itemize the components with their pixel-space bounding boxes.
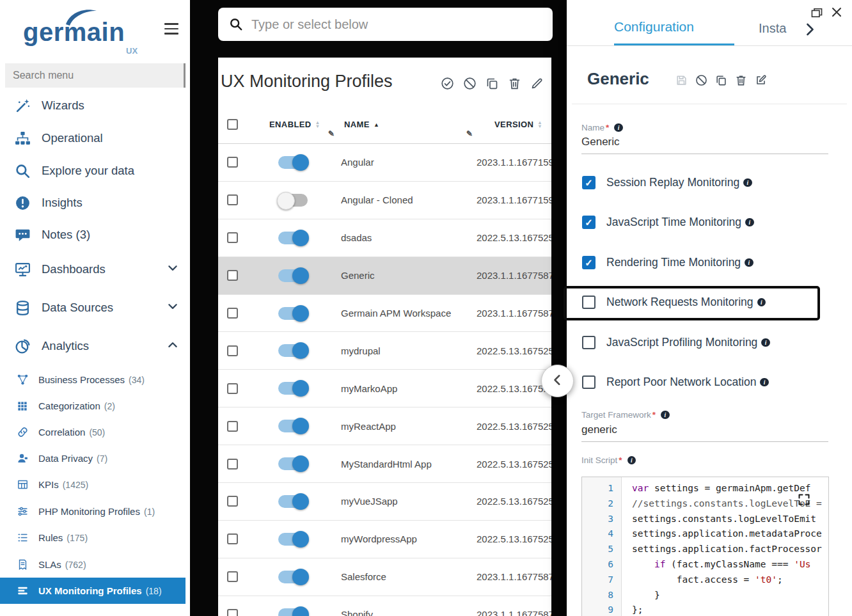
table-row[interactable]: myMarkoApp 2022.5.13.1675... — [218, 370, 551, 407]
close-icon[interactable] — [832, 7, 842, 17]
info-icon[interactable]: i — [745, 258, 753, 267]
row-checkbox[interactable] — [227, 571, 238, 582]
sidebar-item-ux-monitoring-profiles[interactable]: UX Monitoring Profiles (18) — [0, 578, 185, 604]
info-icon[interactable]: i — [761, 338, 770, 347]
row-checkbox[interactable] — [227, 383, 238, 394]
name-field-value[interactable]: Generic — [581, 136, 620, 148]
sidebar-item-explore-your-data[interactable]: Explore your data — [0, 155, 190, 187]
enabled-toggle[interactable] — [278, 156, 308, 169]
info-icon[interactable]: i — [760, 378, 769, 387]
column-header-version[interactable]: VERSION ▲▼ — [477, 120, 551, 129]
sidebar-item-slas[interactable]: SLAs (762) — [0, 551, 190, 578]
table-row[interactable]: MyStandardHtml App 2022.5.13.167525... — [218, 445, 551, 483]
sidebar-item-data-sources[interactable]: Data Sources — [0, 292, 190, 324]
ban-icon[interactable] — [695, 74, 707, 86]
enabled-toggle[interactable] — [278, 269, 308, 282]
table-row[interactable]: Shopify 2023.1.1.1677587... — [218, 596, 551, 616]
table-row[interactable]: Angular - Cloned 2023.1.1.1677159... — [218, 182, 551, 219]
table-row[interactable]: mydrupal 2022.5.13.167525... — [218, 332, 551, 370]
enabled-toggle[interactable] — [278, 495, 308, 508]
info-icon[interactable]: i — [614, 123, 623, 132]
table-row[interactable]: Generic 2023.1.1.1677587... — [218, 257, 551, 295]
tab-installation[interactable]: Insta — [759, 21, 786, 36]
row-checkbox[interactable] — [227, 308, 238, 319]
enabled-toggle[interactable] — [278, 344, 308, 357]
fullscreen-icon[interactable] — [798, 493, 810, 506]
filter-name-icon[interactable]: ✎ — [466, 129, 473, 138]
checkbox[interactable]: ✓ — [582, 336, 596, 349]
pencil-icon[interactable] — [530, 77, 544, 90]
enabled-toggle[interactable] — [278, 194, 308, 207]
save-icon[interactable] — [675, 74, 688, 86]
row-checkbox[interactable] — [227, 194, 238, 205]
target-framework-value[interactable]: generic — [581, 423, 617, 436]
enabled-toggle[interactable] — [278, 457, 308, 470]
row-checkbox[interactable] — [227, 459, 238, 470]
table-row[interactable]: dsadas 2022.5.13.167525... — [218, 219, 551, 257]
row-checkbox[interactable] — [227, 496, 238, 507]
checkbox-javascript-time-monitoring[interactable]: ✓ JavaScript Time Monitoring i — [582, 212, 754, 232]
sidebar-item-dashboards[interactable]: Dashboards — [0, 253, 190, 285]
table-row[interactable]: Salesforce 2023.1.1.1677587... — [218, 558, 551, 596]
row-checkbox[interactable] — [227, 533, 238, 544]
enabled-toggle[interactable] — [278, 571, 308, 583]
sidebar-item-correlation[interactable]: Correlation (50) — [0, 419, 190, 445]
info-icon[interactable]: i — [757, 298, 766, 307]
sidebar-item-insights[interactable]: Insights — [0, 187, 190, 219]
main-search-input[interactable] — [251, 17, 553, 32]
info-icon[interactable]: i — [627, 456, 636, 465]
enabled-toggle[interactable] — [278, 232, 308, 244]
chevron-right-icon[interactable] — [806, 23, 814, 36]
sidebar-item-analytics[interactable]: Analytics — [0, 330, 190, 362]
checkbox[interactable]: ✓ — [582, 296, 596, 309]
row-checkbox[interactable] — [227, 609, 238, 616]
sidebar-item-rules[interactable]: Rules (175) — [0, 525, 190, 551]
table-row[interactable]: myVueJSapp 2022.5.13.167525... — [218, 483, 551, 521]
check-circle-icon[interactable] — [441, 77, 454, 90]
enabled-toggle[interactable] — [278, 382, 308, 395]
sidebar-item-categorization[interactable]: Categorization (2) — [0, 393, 190, 419]
sidebar-item-business-processes[interactable]: Business Processes (34) — [0, 367, 190, 393]
select-all-checkbox[interactable] — [227, 119, 238, 130]
row-checkbox[interactable] — [227, 421, 238, 432]
checkbox-network-requests-monitoring[interactable]: ✓ Network Requests Monitoring i — [582, 292, 766, 312]
checkbox-javascript-profiling-monitoring[interactable]: ✓ JavaScript Profiling Monitoring i — [582, 333, 770, 352]
checkbox[interactable]: ✓ — [582, 216, 596, 229]
column-header-enabled[interactable]: ENABLED ▲▼ — [269, 120, 341, 129]
ban-icon[interactable] — [463, 77, 477, 90]
edit-icon[interactable] — [755, 74, 767, 86]
sidebar-item-php-monitoring-profiles[interactable]: PHP Monitoring Profiles (1) — [0, 498, 190, 525]
checkbox[interactable]: ✓ — [582, 256, 596, 269]
enabled-toggle[interactable] — [278, 608, 308, 616]
sidebar-item-kpis[interactable]: KPIs (1425) — [0, 471, 190, 498]
sidebar-item-data-privacy[interactable]: Data Privacy (7) — [0, 445, 190, 471]
row-checkbox[interactable] — [227, 232, 238, 243]
sidebar-scrollbar[interactable] — [184, 63, 185, 88]
row-checkbox[interactable] — [227, 270, 238, 281]
column-header-name[interactable]: NAME ▲ — [341, 120, 477, 129]
info-icon[interactable]: i — [661, 411, 670, 420]
init-script-editor[interactable]: 1 2 3 4 5 6 7 8 9 var settings = germain… — [581, 477, 829, 616]
copy-icon[interactable] — [485, 77, 499, 90]
info-icon[interactable]: i — [743, 178, 752, 187]
info-icon[interactable]: i — [745, 218, 754, 227]
enabled-toggle[interactable] — [278, 420, 308, 432]
checkbox-report-poor-network-location[interactable]: ✓ Report Poor Network Location i — [582, 372, 769, 392]
table-row[interactable]: myWordpressApp 2022.5.13.167525... — [218, 521, 551, 558]
enabled-toggle[interactable] — [278, 307, 308, 320]
enabled-toggle[interactable] — [278, 533, 308, 546]
table-row[interactable]: Germain APM Workspace 2023.1.1.1677587..… — [218, 295, 551, 333]
restore-window-icon[interactable] — [811, 8, 823, 18]
row-checkbox[interactable] — [227, 157, 238, 168]
tab-configuration[interactable]: Configuration — [614, 19, 694, 35]
hamburger-menu-icon[interactable] — [164, 23, 178, 35]
sidebar-item-notes[interactable]: Notes (3) — [0, 219, 190, 251]
trash-icon[interactable] — [735, 74, 747, 86]
panel-collapse-button[interactable] — [541, 365, 574, 397]
sidebar-search-input[interactable] — [5, 63, 184, 88]
copy-icon[interactable] — [715, 74, 727, 86]
checkbox-session-replay-monitoring[interactable]: ✓ Session Replay Monitoring i — [582, 173, 752, 193]
sidebar-item-wizards[interactable]: Wizards — [0, 90, 190, 122]
checkbox[interactable]: ✓ — [582, 176, 596, 189]
trash-icon[interactable] — [508, 77, 521, 90]
